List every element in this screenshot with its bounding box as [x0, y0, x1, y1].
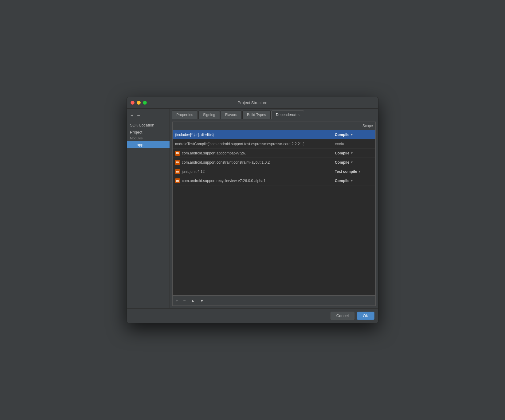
- table-row[interactable]: m junit:junit:4.12 Test compile ▼: [173, 167, 375, 176]
- sidebar-item-project[interactable]: Project: [127, 129, 170, 136]
- move-down-button[interactable]: ▼: [198, 298, 206, 304]
- scope-dropdown[interactable]: Compile ▼: [335, 133, 353, 137]
- dep-row-name-cell: m com.android.support:appcompat-v7:26.+: [173, 151, 332, 156]
- content-area: + − SDK Location Project Modules app Pro…: [127, 109, 378, 308]
- col-scope-header: Scope: [332, 123, 375, 129]
- sidebar-project-label: Project: [130, 130, 142, 134]
- dep-row-name: junit:junit:4.12: [182, 169, 205, 174]
- close-button[interactable]: [131, 101, 135, 105]
- tab-flavors[interactable]: Flavors: [221, 111, 242, 119]
- tab-build-types[interactable]: Build Types: [242, 111, 271, 119]
- remove-dependency-button[interactable]: −: [181, 298, 187, 304]
- chevron-down-icon: ▼: [358, 170, 361, 173]
- dep-row-name: com.android.support:appcompat-v7:26.+: [182, 151, 248, 155]
- titlebar: Project Structure: [127, 97, 378, 109]
- dep-scope-text: exclu: [335, 142, 344, 146]
- move-up-button[interactable]: ▲: [189, 298, 197, 304]
- dep-row-scope-cell: Compile ▼: [332, 133, 375, 137]
- cancel-button[interactable]: Cancel: [331, 312, 354, 320]
- scope-dropdown[interactable]: Compile ▼: [335, 160, 353, 165]
- dep-row-name: com.android.support:recyclerview-v7:26.0…: [182, 179, 265, 183]
- chevron-down-icon: ▼: [350, 133, 353, 136]
- dep-row-scope-cell: Compile ▼: [332, 160, 375, 165]
- maximize-button[interactable]: [143, 101, 147, 105]
- project-structure-window: Project Structure + − SDK Location Proje…: [127, 97, 378, 323]
- chevron-down-icon: ▼: [350, 179, 353, 182]
- bottom-bar: Cancel OK: [127, 308, 378, 323]
- table-header: Scope: [173, 122, 375, 130]
- sidebar: + − SDK Location Project Modules app: [127, 109, 170, 308]
- sidebar-app-label: app: [137, 142, 143, 147]
- dep-row-name-cell: m junit:junit:4.12: [173, 169, 332, 174]
- minimize-button[interactable]: [137, 101, 141, 105]
- table-row[interactable]: androidTestCompile('com.android.support.…: [173, 139, 375, 149]
- maven-icon: m: [175, 178, 180, 183]
- folder-icon: [130, 143, 135, 147]
- dep-row-scope-cell: Compile ▼: [332, 151, 375, 155]
- chevron-down-icon: ▼: [350, 151, 353, 155]
- sidebar-add-button[interactable]: +: [129, 112, 135, 119]
- maven-icon: m: [175, 151, 180, 156]
- dep-row-name-cell: m com.android.support:recyclerview-v7:26…: [173, 178, 332, 183]
- tabs-bar: Properties Signing Flavors Build Types D…: [170, 109, 378, 119]
- dep-row-scope-cell: Compile ▼: [332, 179, 375, 183]
- ok-button[interactable]: OK: [357, 312, 374, 320]
- sidebar-modules-section: Modules: [127, 136, 170, 141]
- table-toolbar: + − ▲ ▼: [173, 295, 375, 305]
- tab-dependencies[interactable]: Dependencies: [271, 111, 304, 119]
- tab-signing[interactable]: Signing: [198, 111, 220, 119]
- sidebar-item-sdk-location[interactable]: SDK Location: [127, 122, 170, 129]
- sidebar-remove-button[interactable]: −: [136, 112, 141, 119]
- dep-row-scope-cell: exclu: [332, 142, 375, 146]
- table-row[interactable]: {include=[*.jar], dir=libs} Compile ▼: [173, 130, 375, 139]
- scope-dropdown[interactable]: Compile ▼: [335, 179, 353, 183]
- maven-icon: m: [175, 169, 180, 174]
- traffic-lights: [131, 101, 147, 105]
- dep-row-name-cell: {include=[*.jar], dir=libs}: [173, 133, 332, 137]
- maven-icon: m: [175, 160, 180, 165]
- dependencies-table: Scope {include=[*.jar], dir=libs} Compil…: [172, 122, 376, 306]
- tab-properties[interactable]: Properties: [172, 111, 198, 119]
- dep-row-name-cell: androidTestCompile('com.android.support.…: [173, 142, 332, 146]
- sidebar-toolbar: + −: [127, 111, 170, 122]
- table-row[interactable]: m com.android.support:appcompat-v7:26.+ …: [173, 149, 375, 158]
- dep-row-name-cell: m com.android.support.constraint:constra…: [173, 160, 332, 165]
- col-name-header: [173, 123, 332, 129]
- dependency-rows: {include=[*.jar], dir=libs} Compile ▼: [173, 130, 375, 295]
- dep-row-name: {include=[*.jar], dir=libs}: [175, 133, 214, 137]
- chevron-down-icon: ▼: [350, 161, 353, 164]
- table-row[interactable]: m com.android.support:recyclerview-v7:26…: [173, 176, 375, 185]
- scope-dropdown[interactable]: Compile ▼: [335, 151, 353, 155]
- dep-row-scope-cell: Test compile ▼: [332, 169, 375, 174]
- add-dependency-button[interactable]: +: [174, 298, 180, 304]
- dep-row-name: com.android.support.constraint:constrain…: [182, 160, 270, 165]
- sidebar-sdk-label: SDK Location: [130, 123, 155, 127]
- table-row[interactable]: m com.android.support.constraint:constra…: [173, 158, 375, 167]
- main-panel: Properties Signing Flavors Build Types D…: [170, 109, 378, 308]
- dependencies-panel: Scope {include=[*.jar], dir=libs} Compil…: [170, 119, 378, 308]
- dep-row-name: androidTestCompile('com.android.support.…: [175, 142, 304, 146]
- sidebar-item-app[interactable]: app: [127, 141, 170, 148]
- scope-dropdown[interactable]: Test compile ▼: [335, 169, 361, 174]
- window-title: Project Structure: [238, 100, 268, 105]
